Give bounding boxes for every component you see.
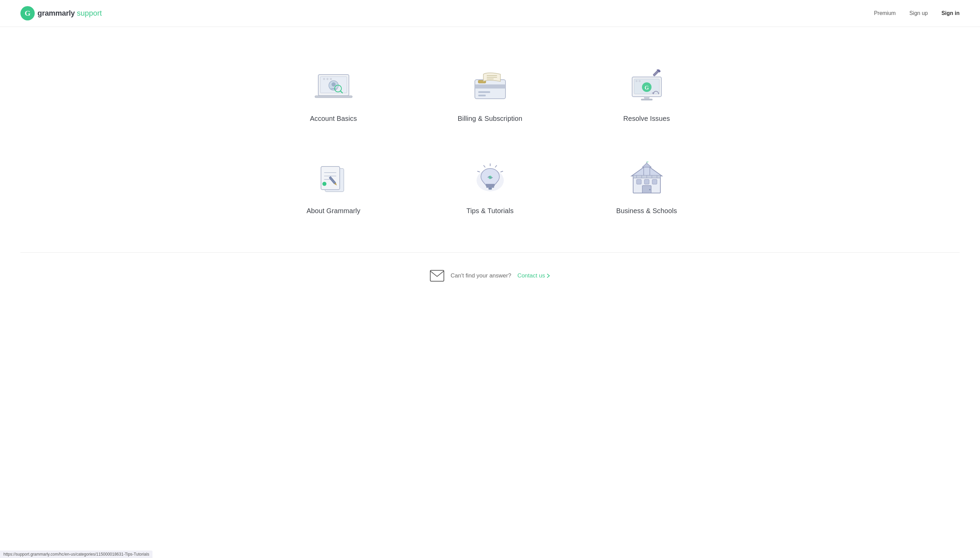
signin-link[interactable]: Sign in [942, 10, 960, 16]
svg-rect-66 [430, 270, 444, 281]
account-basics-icon [311, 68, 356, 105]
billing-label: Billing & Subscription [457, 115, 522, 123]
svg-point-22 [636, 80, 637, 82]
business-schools-icon [624, 160, 669, 197]
resolve-issues-label: Resolve Issues [623, 115, 670, 123]
svg-point-6 [330, 78, 332, 80]
svg-point-36 [322, 182, 326, 186]
tips-tutorials-icon [468, 160, 512, 197]
main-content: Account Basics [252, 27, 728, 252]
svg-line-44 [484, 166, 485, 167]
mail-icon [429, 270, 444, 282]
tips-tutorials-label: Tips & Tutorials [466, 207, 514, 215]
svg-point-5 [326, 78, 328, 80]
svg-rect-55 [637, 179, 641, 184]
svg-rect-42 [488, 187, 492, 190]
footer-cta-text: Can't find your answer? [451, 272, 511, 279]
premium-link[interactable]: Premium [874, 10, 896, 16]
about-grammarly-icon [311, 160, 356, 197]
logo-grammarly-text: grammarly [38, 9, 75, 18]
svg-rect-57 [652, 179, 657, 184]
svg-rect-41 [487, 186, 494, 187]
category-card-account-basics[interactable]: Account Basics [265, 54, 402, 133]
category-card-business-schools[interactable]: Business & Schools [578, 146, 715, 225]
svg-rect-40 [486, 184, 495, 186]
svg-text:G: G [25, 9, 30, 17]
svg-point-59 [649, 189, 651, 190]
svg-marker-52 [642, 163, 651, 167]
site-header: G grammarly support Premium Sign up Sign… [0, 0, 980, 27]
svg-line-46 [478, 171, 480, 172]
about-grammarly-label: About Grammarly [306, 207, 360, 215]
business-schools-label: Business & Schools [616, 207, 677, 215]
svg-rect-15 [478, 95, 486, 96]
logo-link[interactable]: G grammarly support [20, 6, 102, 20]
svg-text:G: G [644, 85, 649, 90]
account-basics-label: Account Basics [310, 115, 357, 123]
status-bar: https://support.grammarly.com/hc/en-us/c… [0, 550, 152, 558]
svg-rect-14 [478, 91, 490, 93]
svg-point-4 [323, 78, 325, 80]
category-card-resolve-issues[interactable]: G Resolve Issues [578, 54, 715, 133]
svg-rect-30 [641, 99, 652, 100]
svg-rect-56 [644, 179, 649, 184]
svg-rect-29 [644, 97, 649, 99]
grammarly-logo-icon: G [20, 6, 35, 20]
chevron-right-icon [546, 274, 551, 278]
svg-point-8 [331, 82, 336, 87]
svg-marker-54 [647, 162, 650, 162]
svg-rect-13 [475, 84, 505, 89]
svg-line-47 [501, 171, 503, 172]
category-card-about-grammarly[interactable]: About Grammarly [265, 146, 402, 225]
contact-us-link[interactable]: Contact us [518, 272, 551, 279]
svg-line-45 [495, 166, 497, 167]
resolve-issues-icon: G [624, 68, 669, 105]
category-card-tips-tutorials[interactable]: Tips & Tutorials [422, 146, 558, 225]
header-nav: Premium Sign up Sign in [874, 10, 960, 16]
footer-cta: Can't find your answer? Contact us [0, 253, 980, 299]
category-card-billing[interactable]: Billing & Subscription [422, 54, 558, 133]
billing-icon [468, 68, 512, 105]
signup-link[interactable]: Sign up [909, 10, 928, 16]
svg-rect-51 [644, 166, 650, 176]
logo-support-text: support [77, 9, 102, 18]
categories-grid: Account Basics [265, 54, 715, 225]
svg-point-23 [639, 80, 641, 82]
svg-rect-9 [315, 96, 352, 98]
